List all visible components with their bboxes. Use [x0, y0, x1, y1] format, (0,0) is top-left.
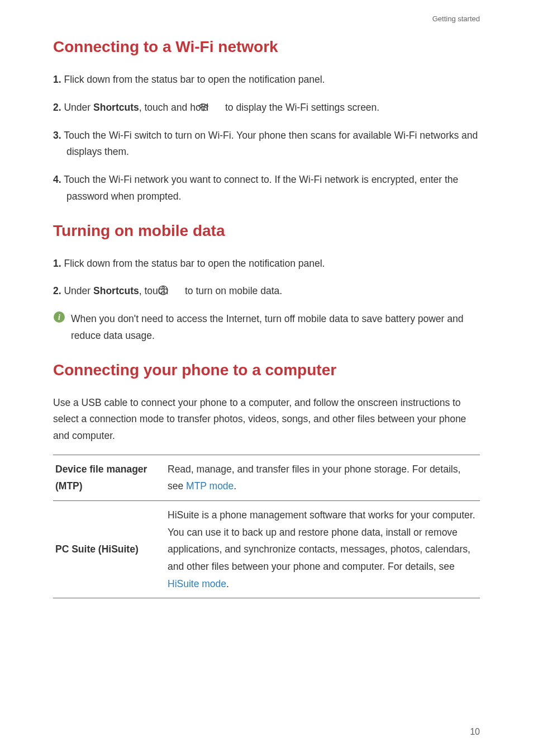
mobile-data-icon [171, 285, 182, 295]
link-hisuite-mode[interactable]: HiSuite mode [168, 578, 226, 589]
step-bold: Shortcuts [93, 285, 139, 296]
svg-point-2 [162, 287, 164, 289]
step-bold: Shortcuts [93, 102, 139, 113]
step-suffix: to turn on mobile data. [182, 285, 282, 296]
heading-wifi: Connecting to a Wi-Fi network [53, 38, 480, 56]
step-suffix: to display the Wi-Fi settings screen. [222, 102, 379, 113]
mode-desc-hisuite: HiSuite is a phone management software t… [168, 501, 480, 598]
note-text: When you don't need to access the Intern… [71, 311, 480, 344]
step-text: Flick down from the status bar to open t… [64, 74, 325, 85]
heading-computer: Connecting your phone to a computer [53, 361, 480, 379]
step-number: 1. [53, 74, 61, 85]
step-number: 2. [53, 102, 61, 113]
wifi-step-4: 4. Touch the Wi-Fi network you want to c… [53, 172, 480, 205]
mobile-step-1: 1. Flick down from the status bar to ope… [53, 256, 480, 272]
mode-desc-mtp: Read, manage, and transfer files in your… [168, 455, 480, 500]
svg-point-0 [202, 109, 204, 111]
table-row: Device file manager (MTP) Read, manage, … [53, 455, 480, 500]
step-text: Flick down from the status bar to open t… [64, 258, 325, 269]
step-prefix: Under [64, 285, 93, 296]
computer-intro: Use a USB cable to connect your phone to… [53, 395, 480, 445]
step-prefix: Under [64, 102, 93, 113]
heading-mobile-data: Turning on mobile data [53, 222, 480, 240]
step-number: 2. [53, 285, 61, 296]
breadcrumb: Getting started [432, 15, 480, 23]
step-text: Touch the Wi-Fi switch to turn on Wi-Fi.… [64, 130, 478, 158]
mode-label-hisuite: PC Suite (HiSuite) [53, 501, 168, 598]
desc-pre: HiSuite is a phone management software t… [168, 509, 475, 572]
info-icon: i [53, 311, 65, 329]
step-number: 4. [53, 174, 61, 185]
wifi-steps: 1. Flick down from the status bar to ope… [53, 72, 480, 205]
mobile-step-2: 2. Under Shortcuts, touch to turn on mob… [53, 283, 480, 300]
mobile-steps: 1. Flick down from the status bar to ope… [53, 256, 480, 300]
page-number: 10 [470, 727, 480, 737]
link-mtp-mode[interactable]: MTP mode [186, 480, 234, 492]
desc-post: . [226, 578, 229, 589]
step-number: 3. [53, 130, 61, 141]
step-text: Touch the Wi-Fi network you want to conn… [64, 174, 458, 202]
wifi-step-2: 2. Under Shortcuts, touch and hold to di… [53, 100, 480, 116]
mobile-data-note: i When you don't need to access the Inte… [53, 311, 480, 344]
mode-label-mtp: Device file manager (MTP) [53, 455, 168, 500]
svg-text:i: i [58, 313, 60, 322]
svg-point-1 [159, 286, 168, 295]
table-row: PC Suite (HiSuite) HiSuite is a phone ma… [53, 501, 480, 598]
desc-post: . [234, 480, 236, 492]
wifi-icon [211, 101, 222, 111]
connection-mode-table: Device file manager (MTP) Read, manage, … [53, 455, 480, 598]
wifi-step-3: 3. Touch the Wi-Fi switch to turn on Wi-… [53, 127, 480, 161]
wifi-step-1: 1. Flick down from the status bar to ope… [53, 72, 480, 88]
step-number: 1. [53, 258, 61, 269]
